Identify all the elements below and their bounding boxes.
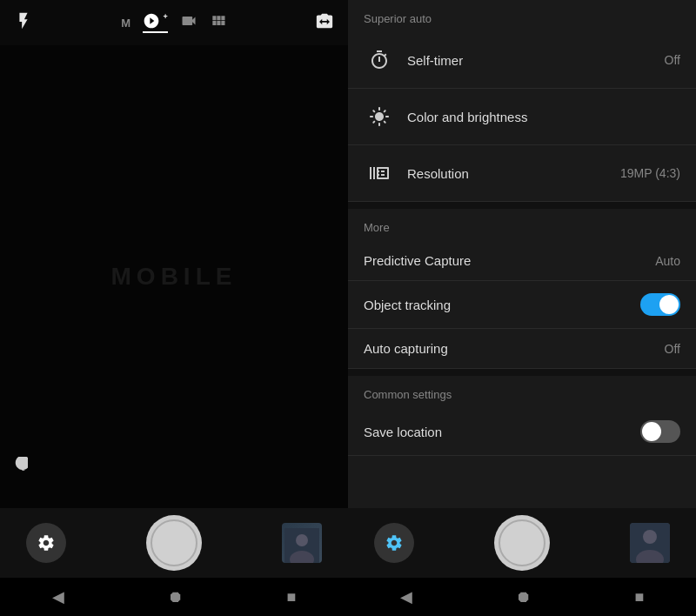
self-timer-icon [364, 44, 395, 76]
object-tracking-item[interactable]: Object tracking [348, 281, 696, 329]
back-button[interactable]: ◀ [52, 587, 64, 606]
auto-capturing-value: Off [665, 342, 680, 356]
section-header-superior-auto: Superior auto [348, 0, 696, 32]
settings-list: Superior auto Self-timer Off Color and b… [348, 0, 696, 508]
mode-auto-plus[interactable]: + [143, 12, 168, 33]
viewfinder: MOBILE [0, 45, 348, 508]
left-nav-bar: ◀ ⏺ ■ [0, 578, 348, 616]
right-bottom-bar [348, 508, 696, 578]
svg-point-1 [296, 534, 308, 546]
watermark: MOBILE [111, 263, 238, 291]
auto-capturing-item[interactable]: Auto capturing Off [348, 329, 696, 369]
save-location-toggle-thumb [642, 422, 661, 441]
flash-icon[interactable] [14, 11, 33, 35]
section-header-common: Common settings [348, 376, 696, 408]
color-brightness-item[interactable]: Color and brightness [348, 89, 696, 145]
recents-button[interactable]: ■ [287, 588, 297, 606]
divider-1 [348, 202, 696, 209]
self-timer-label: Self-timer [407, 53, 665, 68]
predictive-capture-item[interactable]: Predictive Capture Auto [348, 241, 696, 281]
mode-m[interactable]: M [121, 17, 130, 30]
timer-side-icon[interactable] [12, 457, 28, 477]
object-tracking-toggle-thumb [659, 295, 679, 314]
right-thumbnail[interactable] [630, 523, 670, 563]
object-tracking-toggle[interactable] [640, 293, 680, 316]
right-back-button[interactable]: ◀ [400, 587, 412, 606]
save-location-toggle[interactable] [640, 420, 680, 443]
home-button[interactable]: ⏺ [168, 588, 184, 606]
right-home-button[interactable]: ⏺ [516, 588, 532, 606]
color-brightness-label: Color and brightness [407, 110, 680, 124]
resolution-icon [364, 157, 395, 189]
svg-point-4 [643, 530, 657, 544]
left-thumbnail[interactable] [282, 523, 322, 563]
self-timer-value: Off [665, 53, 680, 67]
section-header-more: More [348, 209, 696, 241]
right-settings-button[interactable] [374, 523, 414, 563]
mode-video[interactable] [180, 12, 197, 33]
predictive-capture-label: Predictive Capture [364, 253, 655, 268]
resolution-label: Resolution [407, 166, 620, 181]
auto-capturing-label: Auto capturing [364, 341, 665, 356]
resolution-value: 19MP (4:3) [620, 166, 680, 180]
save-location-label: Save location [364, 425, 640, 439]
switch-camera-icon[interactable] [315, 11, 334, 35]
self-timer-item[interactable]: Self-timer Off [348, 32, 696, 89]
camera-viewfinder-panel: M + [0, 0, 348, 616]
left-top-bar: M + [0, 0, 348, 45]
mode-grid[interactable] [210, 12, 227, 33]
right-shutter-button[interactable] [494, 515, 550, 571]
right-nav-bar: ◀ ⏺ ■ [348, 578, 696, 616]
save-location-item[interactable]: Save location [348, 408, 696, 456]
divider-2 [348, 369, 696, 376]
left-shutter-button[interactable] [146, 515, 202, 571]
camera-settings-panel: Superior auto Self-timer Off Color and b… [348, 0, 696, 616]
left-bottom-bar [0, 508, 348, 578]
resolution-item[interactable]: Resolution 19MP (4:3) [348, 145, 696, 202]
mode-group: M + [121, 12, 227, 33]
right-recents-button[interactable]: ■ [635, 588, 645, 606]
left-settings-button[interactable] [26, 523, 66, 563]
color-brightness-icon [364, 101, 395, 132]
object-tracking-label: Object tracking [364, 298, 640, 312]
predictive-capture-value: Auto [655, 254, 680, 268]
